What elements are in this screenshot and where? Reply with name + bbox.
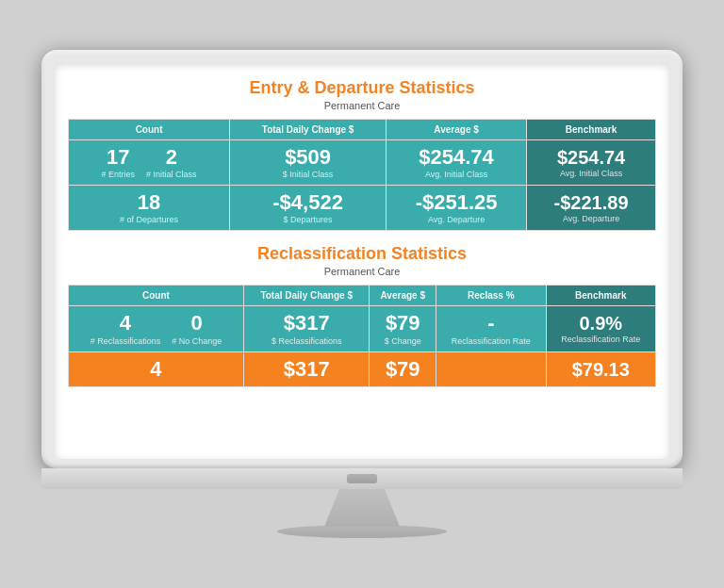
reclass-header-reclass: Reclass % [436,286,546,306]
reclass-row1-count: 4 # Reclassifications 0 # No Change [69,306,244,351]
entry-row2-avg-sub: Avg. Departure [390,215,522,224]
reclass-row1-count-val1: 4 [120,312,131,335]
entry-departure-subtitle: Permanent Care [68,100,656,111]
entry-row1-average: $254.74 Avg. Initial Class [387,140,527,186]
entry-row1-count: 17 # Entries 2 # Initial Class [69,140,230,186]
entry-row1-total-val: $509 [234,146,382,169]
reclass-header-count: Count [69,286,244,306]
reclass-title: Reclassification Statistics [68,244,656,264]
entry-row2-count-val1: 18 [138,191,160,214]
entry-row2-total-val: -$4,522 [234,191,382,214]
entry-row1-avg-val: $254.74 [390,146,522,169]
monitor-power-button [347,474,377,483]
reclass-header-benchmark: Benchmark [546,286,655,306]
entry-row2-avg-val: -$251.25 [390,191,522,214]
reclass-row2-avg-val: $79 [373,358,432,381]
entry-row1-bench-val: $254.74 [531,147,651,168]
entry-row1-bench-sub: Avg. Initial Class [531,169,651,178]
entry-header-average: Average $ [387,120,527,140]
entry-header-total: Total Daily Change $ [230,120,387,140]
table-row: 18 # of Departures -$4,522 $ Departures [69,186,656,231]
entry-row2-count-label1: # of Departures [120,215,178,224]
reclass-row1-reclass-sub: Reclassification Rate [440,336,541,346]
entry-row1-count-label2: # Initial Class [146,170,197,179]
reclass-row1-count-label1: # Reclassifications [90,336,161,346]
reclass-row2-benchmark: $79.13 [546,351,655,386]
reclass-row2-average: $79 [370,351,436,386]
reclass-row1-count-label2: # No Change [172,336,222,346]
entry-departure-section: Entry & Departure Statistics Permanent C… [68,78,656,231]
entry-row2-bench-sub: Avg. Departure [531,214,651,223]
reclass-row1-total-sub: $ Reclassifications [248,336,365,346]
monitor-stand-base [277,525,447,538]
entry-row1-count-label1: # Entries [102,170,136,179]
reclass-row2-total: $317 [243,351,369,386]
reclass-row1-avg-val: $79 [373,312,432,335]
monitor-stand-top [324,489,400,527]
entry-row2-bench-val: -$221.89 [531,192,651,213]
reclass-header-average: Average $ [370,286,436,306]
monitor-chin [41,468,683,489]
monitor-wrapper: Entry & Departure Statistics Permanent C… [41,50,683,538]
reclass-row1-reclass: - Reclassification Rate [436,306,546,351]
reclassification-section: Reclassification Statistics Permanent Ca… [68,244,656,386]
entry-row1-count-val2: 2 [166,146,177,169]
reclass-row2-total-val: $317 [248,358,365,381]
reclass-row2-count: 4 [69,351,244,386]
reclass-subtitle: Permanent Care [68,266,656,277]
reclass-row1-benchmark: 0.9% Reclassification Rate [546,306,655,351]
entry-departure-title: Entry & Departure Statistics [68,78,656,98]
entry-header-count: Count [69,120,230,140]
table-row: 17 # Entries 2 # Initial Class [69,140,656,186]
reclass-row1-reclass-val: - [440,312,541,335]
entry-row2-total-sub: $ Departures [234,215,382,224]
reclass-row1-bench-val: 0.9% [551,313,651,334]
entry-row2-total: -$4,522 $ Departures [230,186,387,231]
reclass-table: Count Total Daily Change $ Average $ Rec… [68,285,656,386]
reclass-row1-count-val2: 0 [191,312,203,335]
reclass-row1-bench-sub: Reclassification Rate [551,335,651,344]
table-row: 4 # Reclassifications 0 # No Change [69,306,656,351]
reclass-row2-count-val: 4 [73,358,239,381]
reclass-row1-avg-sub: $ Change [373,336,432,346]
reclass-row2-bench-val: $79.13 [551,359,651,380]
reclass-row2-reclass [436,351,546,386]
reclass-row1-total: $317 $ Reclassifications [243,306,369,351]
entry-departure-table: Count Total Daily Change $ Average $ Ben… [68,119,656,231]
entry-row1-total: $509 $ Initial Class [230,140,387,186]
monitor-screen: Entry & Departure Statistics Permanent C… [55,63,669,459]
reclass-row1-average: $79 $ Change [370,306,436,351]
entry-row2-count: 18 # of Departures [69,186,230,231]
entry-row1-count-val1: 17 [107,146,129,169]
entry-header-benchmark: Benchmark [527,120,656,140]
entry-row1-benchmark: $254.74 Avg. Initial Class [527,140,656,186]
reclass-row1-total-val: $317 [248,312,365,335]
entry-row2-average: -$251.25 Avg. Departure [387,186,527,231]
monitor-screen-border: Entry & Departure Statistics Permanent C… [41,50,683,468]
entry-row2-benchmark: -$221.89 Avg. Departure [527,186,656,231]
table-row: 4 $317 $79 $79. [69,351,656,386]
reclass-header-total: Total Daily Change $ [243,286,369,306]
entry-row1-avg-sub: Avg. Initial Class [390,170,522,179]
entry-row1-total-sub: $ Initial Class [234,170,382,179]
